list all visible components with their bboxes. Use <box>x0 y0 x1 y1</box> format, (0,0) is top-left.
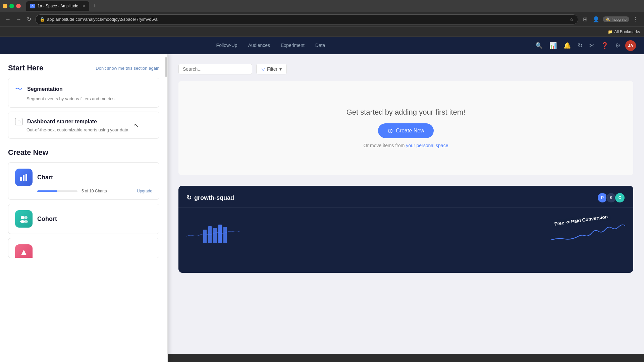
fourth-card[interactable] <box>8 238 159 258</box>
nav-experiment[interactable]: Experiment <box>275 37 310 54</box>
filter-button[interactable]: ▽ Filter ▾ <box>256 64 287 74</box>
promo-avatars: P K C <box>597 192 625 203</box>
svg-rect-11 <box>223 227 227 243</box>
extensions-button[interactable]: ⊞ <box>581 15 589 24</box>
create-new-title: Create New <box>8 148 159 157</box>
chart-card[interactable]: Chart 5 of 10 Charts Upgrade <box>8 162 159 200</box>
promo-sync-icon: ↻ <box>186 194 192 201</box>
close-button[interactable] <box>16 4 21 8</box>
reload-button[interactable]: ↻ <box>25 15 33 24</box>
profile-button[interactable]: 👤 <box>591 15 601 24</box>
forward-button[interactable]: → <box>15 15 23 24</box>
minimize-button[interactable] <box>3 4 7 8</box>
bookmarks-bar: 📁 All Bookmarks <box>0 27 644 37</box>
empty-state: Get started by adding your first item! ⊕… <box>178 81 633 175</box>
empty-state-text: Get started by adding your first item! <box>346 108 466 117</box>
search-input[interactable] <box>178 64 252 74</box>
conversion-chart: Free -> Paid Conversion <box>551 213 625 253</box>
sidebar-scrollbar[interactable] <box>165 57 167 362</box>
conversion-line-chart <box>551 220 625 253</box>
chart-card-header: Chart <box>15 169 152 186</box>
maximize-button[interactable] <box>9 4 14 8</box>
toolbar-icons: ⊞ 👤 🕵 Incognito ⋮ <box>581 15 640 24</box>
dashboard-card-header: ⊞ Dashboard starter template <box>15 118 152 125</box>
svg-rect-9 <box>213 228 217 243</box>
promo-card: ↻ growth-squad P K C <box>178 186 633 273</box>
chart-progress-bar-fill <box>37 190 57 192</box>
promo-avatar-c: C <box>614 192 625 203</box>
incognito-label: Incognito <box>611 17 627 21</box>
scrollbar-thumb <box>165 57 167 77</box>
scissors-button[interactable]: ✂ <box>587 40 596 51</box>
start-here-header: Start Here Don't show me this section ag… <box>8 64 159 72</box>
dashboard-title: Dashboard starter template <box>27 119 97 125</box>
plus-icon: ⊕ <box>387 127 393 135</box>
fourth-card-header <box>15 244 152 258</box>
chart-icon <box>15 169 33 186</box>
cohort-card-header: Cohort <box>15 210 152 228</box>
cohort-card[interactable]: Cohort <box>8 204 159 234</box>
cohort-icon <box>15 210 33 228</box>
tab-bar: A 1a - Space - Amplitude ✕ + <box>26 1 641 11</box>
or-text: Or move items from your personal space <box>364 143 448 148</box>
promo-body: Free -> Paid Conversion <box>178 207 633 258</box>
create-new-section: Create New Chart <box>8 148 159 258</box>
dashboard-icon: ⊞ <box>15 118 22 125</box>
segmentation-card[interactable]: 〜 Segmentation Segment events by various… <box>8 78 159 108</box>
help-button[interactable]: ❓ <box>599 40 610 51</box>
cohort-name: Cohort <box>37 216 57 223</box>
browser-titlebar: A 1a - Space - Amplitude ✕ + <box>0 0 644 12</box>
bookmarks-label: All Bookmarks <box>614 29 640 34</box>
svg-point-3 <box>21 216 24 219</box>
tab-title: 1a - Space - Amplitude <box>38 4 78 8</box>
chart-button[interactable]: 📊 <box>547 40 559 51</box>
menu-button[interactable]: ⋮ <box>631 15 640 24</box>
dismiss-link[interactable]: Don't show me this section again <box>96 66 159 71</box>
sync-button[interactable]: ↻ <box>576 40 585 51</box>
tab-close-icon[interactable]: ✕ <box>82 4 85 8</box>
conversion-area: Free -> Paid Conversion <box>248 213 625 253</box>
content-area: ▽ Filter ▾ Get started by adding your fi… <box>168 54 644 362</box>
svg-rect-7 <box>203 230 207 243</box>
svg-point-6 <box>23 220 28 223</box>
create-new-label: Create New <box>396 128 424 134</box>
segmentation-desc: Segment events by various filters and me… <box>26 96 152 101</box>
sidebar-panel: Start Here Don't show me this section ag… <box>0 54 168 362</box>
promo-title-text: growth-squad <box>194 194 234 201</box>
mini-bar-chart <box>186 220 240 243</box>
back-button[interactable]: ← <box>4 15 12 24</box>
bell-button[interactable]: 🔔 <box>561 40 573 51</box>
incognito-badge: 🕵 Incognito <box>603 16 629 22</box>
page-layout: Follow-Up Audiences Experiment Data 🔍 📊 … <box>0 37 644 362</box>
active-tab[interactable]: A 1a - Space - Amplitude ✕ <box>26 1 89 11</box>
all-bookmarks[interactable]: 📁 All Bookmarks <box>608 29 640 34</box>
dashboard-card[interactable]: ⊞ Dashboard starter template Out-of-the-… <box>8 112 159 139</box>
filter-label: Filter <box>267 66 277 72</box>
create-new-button[interactable]: ⊕ Create New <box>378 123 433 138</box>
address-bar[interactable]: 🔒 app.amplitude.com/analytics/moodjoy2/s… <box>35 14 578 24</box>
svg-point-4 <box>24 216 28 219</box>
start-here-title: Start Here <box>8 64 43 72</box>
svg-rect-0 <box>20 177 22 181</box>
promo-title: ↻ growth-squad <box>186 194 234 201</box>
chart-progress-text: 5 of 10 Charts <box>82 189 107 193</box>
chart-progress: 5 of 10 Charts Upgrade <box>37 189 152 193</box>
new-tab-button[interactable]: + <box>91 2 99 10</box>
svg-rect-8 <box>208 226 212 243</box>
lock-icon: 🔒 <box>40 17 45 22</box>
bookmark-icon[interactable]: ☆ <box>570 17 574 22</box>
upgrade-link[interactable]: Upgrade <box>137 189 152 193</box>
nav-data[interactable]: Data <box>310 37 331 54</box>
promo-header: ↻ growth-squad P K C <box>178 186 633 207</box>
or-text-static: Or move items from <box>364 143 406 148</box>
search-button[interactable]: 🔍 <box>533 40 545 51</box>
nav-audiences[interactable]: Audiences <box>243 37 275 54</box>
nav-follow-up[interactable]: Follow-Up <box>211 37 243 54</box>
settings-button[interactable]: ⚙ <box>613 40 623 51</box>
segmentation-card-header: 〜 Segmentation <box>15 84 152 94</box>
personal-space-link[interactable]: your personal space <box>406 143 448 148</box>
filter-icon: ▽ <box>261 66 265 72</box>
user-avatar[interactable]: JA <box>625 40 636 51</box>
tab-favicon: A <box>30 4 35 8</box>
filter-toolbar: ▽ Filter ▾ <box>178 64 633 74</box>
